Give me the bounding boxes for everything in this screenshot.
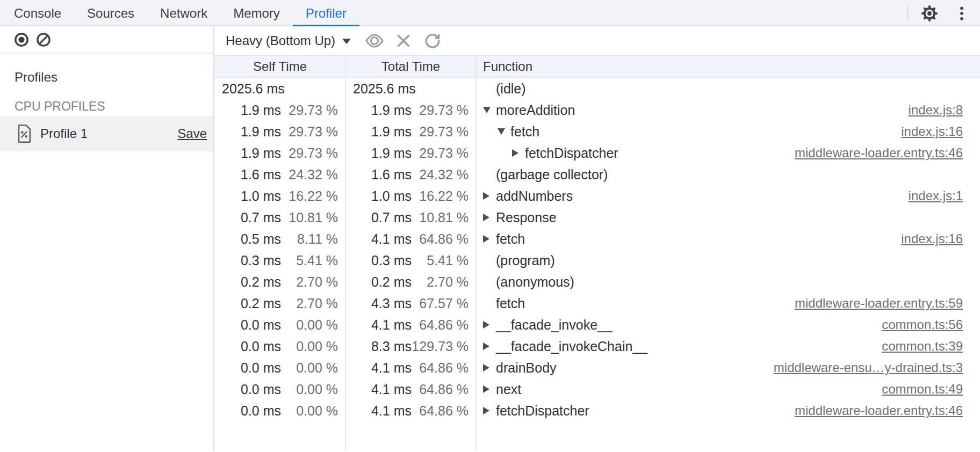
source-location-link[interactable]: index.js:8 (898, 99, 980, 121)
function-cell: (idle) (476, 78, 980, 99)
tab-profiler[interactable]: Profiler (293, 0, 359, 25)
tree-arrow-collapsed-icon[interactable] (483, 385, 496, 393)
table-row[interactable]: 0.3 ms 5.41 % 0.3 ms 5.41 % (program) (214, 250, 980, 271)
exclude-function-x-icon[interactable] (393, 30, 414, 52)
function-cell: drainBody middleware-ensu…y-drained.ts:3 (476, 357, 980, 378)
table-row[interactable]: 1.9 ms 29.73 % 1.9 ms 29.73 % moreAdditi… (214, 99, 980, 121)
function-cell: Response (476, 207, 980, 228)
tree-arrow-expanded-icon[interactable] (483, 107, 496, 113)
total-time-cell: 4.1 ms 64.86 % (345, 228, 476, 250)
tree-arrow-collapsed-icon[interactable] (483, 321, 496, 329)
focus-function-eye-icon[interactable] (364, 30, 385, 52)
self-time-cell: 2025.6 ms (214, 78, 345, 99)
tab-sources[interactable]: Sources (74, 0, 147, 25)
table-row[interactable]: 1.9 ms 29.73 % 1.9 ms 29.73 % fetch inde… (214, 121, 980, 142)
self-time-ms: 0.0 ms (222, 336, 281, 357)
table-row[interactable]: 0.0 ms 0.00 % 4.1 ms 64.86 % drainBody m… (214, 357, 980, 378)
self-time-ms: 0.0 ms (222, 378, 281, 400)
table-row[interactable]: 0.0 ms 0.00 % 4.1 ms 64.86 % __facade_in… (214, 314, 980, 336)
source-location-link[interactable]: index.js:16 (890, 121, 980, 142)
tree-arrow-collapsed-icon[interactable] (483, 235, 496, 243)
source-location-link[interactable]: common.ts:49 (871, 378, 980, 400)
column-header-total-time[interactable]: Total Time (345, 56, 476, 77)
tree-arrow-collapsed-icon[interactable] (483, 364, 496, 371)
column-resizer-self-total[interactable] (345, 55, 346, 450)
tree-arrow-collapsed-icon[interactable] (483, 214, 496, 221)
table-row[interactable]: 1.6 ms 24.32 % 1.6 ms 24.32 % (garbage c… (214, 164, 980, 185)
total-time-ms: 4.3 ms (353, 293, 412, 314)
table-row[interactable]: 0.0 ms 0.00 % 4.1 ms 64.86 % next common… (214, 378, 980, 400)
total-time-percent: 10.81 % (412, 207, 469, 228)
table-row[interactable]: 1.9 ms 29.73 % 1.9 ms 29.73 % fetchDispa… (214, 142, 980, 164)
source-location-link[interactable]: index.js:16 (890, 228, 980, 250)
record-profile-icon[interactable] (13, 32, 30, 48)
table-row[interactable]: 1.0 ms 16.22 % 1.0 ms 16.22 % addNumbers… (214, 185, 980, 207)
table-row[interactable]: 0.2 ms 2.70 % 4.3 ms 67.57 % fetch middl… (214, 293, 980, 314)
column-header-function[interactable]: Function (476, 56, 980, 77)
column-resizer-total-function[interactable] (475, 55, 477, 450)
self-time-percent: 16.22 % (281, 185, 338, 207)
source-location-link[interactable]: index.js:1 (898, 185, 980, 207)
tab-network[interactable]: Network (147, 0, 220, 25)
function-cell: fetch middleware-loader.entry.ts:59 (476, 293, 980, 314)
function-name: moreAddition (496, 99, 575, 121)
self-time-percent: 0.00 % (281, 336, 338, 357)
clear-profiles-icon[interactable] (35, 32, 52, 48)
view-mode-dropdown[interactable]: Heavy (Bottom Up) (226, 33, 351, 48)
total-time-cell: 1.9 ms 29.73 % (345, 99, 476, 121)
total-time-ms: 4.1 ms (353, 357, 412, 378)
function-cell: addNumbers index.js:1 (476, 185, 980, 207)
cpu-profiles-section-heading: CPU PROFILES (15, 99, 213, 113)
self-time-cell: 0.0 ms 0.00 % (214, 357, 345, 378)
total-time-ms: 1.9 ms (353, 142, 412, 164)
function-cell: fetch index.js:16 (476, 121, 980, 142)
total-time-cell: 4.1 ms 64.86 % (345, 357, 476, 378)
self-time-ms: 0.2 ms (222, 293, 281, 314)
source-location-link[interactable]: middleware-loader.entry.ts:46 (784, 400, 980, 421)
function-name: addNumbers (496, 185, 573, 207)
source-location-link[interactable]: middleware-loader.entry.ts:59 (784, 293, 980, 314)
total-time-cell: 1.9 ms 29.73 % (345, 121, 476, 142)
total-time-cell: 4.1 ms 64.86 % (345, 400, 476, 421)
tree-arrow-collapsed-icon[interactable] (483, 342, 496, 350)
save-profile-link[interactable]: Save (177, 126, 207, 141)
function-name: fetchDispatcher (496, 400, 589, 421)
tree-arrow-collapsed-icon[interactable] (512, 149, 525, 157)
function-name: (garbage collector) (496, 164, 608, 185)
tree-arrow-expanded-icon[interactable] (498, 128, 510, 135)
restore-all-refresh-icon[interactable] (422, 30, 443, 52)
total-time-cell: 0.2 ms 2.70 % (345, 271, 476, 293)
table-row[interactable]: 0.5 ms 8.11 % 4.1 ms 64.86 % fetch index… (214, 228, 980, 250)
tab-console[interactable]: Console (1, 0, 74, 25)
total-time-ms: 1.9 ms (353, 99, 412, 121)
source-location-link[interactable]: common.ts:39 (871, 336, 980, 357)
tree-arrow-collapsed-icon[interactable] (483, 192, 496, 200)
total-time-percent: 64.86 % (412, 314, 469, 336)
self-time-ms: 0.3 ms (222, 250, 281, 271)
total-time-ms: 1.9 ms (353, 121, 412, 142)
source-location-link[interactable]: middleware-loader.entry.ts:46 (784, 142, 980, 164)
total-time-ms: 8.3 ms (353, 336, 412, 357)
total-time-cell: 4.1 ms 64.86 % (345, 314, 476, 336)
sidebar-item-profile-1[interactable]: Profile 1 Save (0, 116, 213, 151)
total-time-percent: 24.32 % (412, 164, 469, 185)
table-row[interactable]: 0.7 ms 10.81 % 0.7 ms 10.81 % Response (214, 207, 980, 228)
column-header-self-time[interactable]: Self Time (214, 56, 345, 77)
table-row[interactable]: 0.0 ms 0.00 % 8.3 ms 129.73 % __facade_i… (214, 336, 980, 357)
tree-arrow-collapsed-icon[interactable] (483, 407, 496, 414)
more-options-kebab-icon[interactable] (952, 4, 971, 23)
table-row[interactable]: 0.2 ms 2.70 % 0.2 ms 2.70 % (anonymous) (214, 271, 980, 293)
settings-gear-icon[interactable] (920, 4, 939, 23)
table-row[interactable]: 2025.6 ms 2025.6 ms (idle) (214, 78, 980, 99)
table-row[interactable]: 0.0 ms 0.00 % 4.1 ms 64.86 % fetchDispat… (214, 400, 980, 421)
total-time-cell: 0.7 ms 10.81 % (345, 207, 476, 228)
view-mode-label: Heavy (Bottom Up) (226, 33, 335, 48)
self-time-ms: 0.0 ms (222, 400, 281, 421)
tab-memory[interactable]: Memory (220, 0, 293, 25)
source-location-link[interactable]: middleware-ensu…y-drained.ts:3 (763, 357, 980, 378)
function-cell: moreAddition index.js:8 (476, 99, 980, 121)
function-name: (program) (496, 250, 555, 271)
function-name: __facade_invokeChain__ (496, 336, 647, 357)
source-location-link[interactable]: common.ts:56 (871, 314, 980, 336)
function-name: (idle) (496, 78, 526, 99)
